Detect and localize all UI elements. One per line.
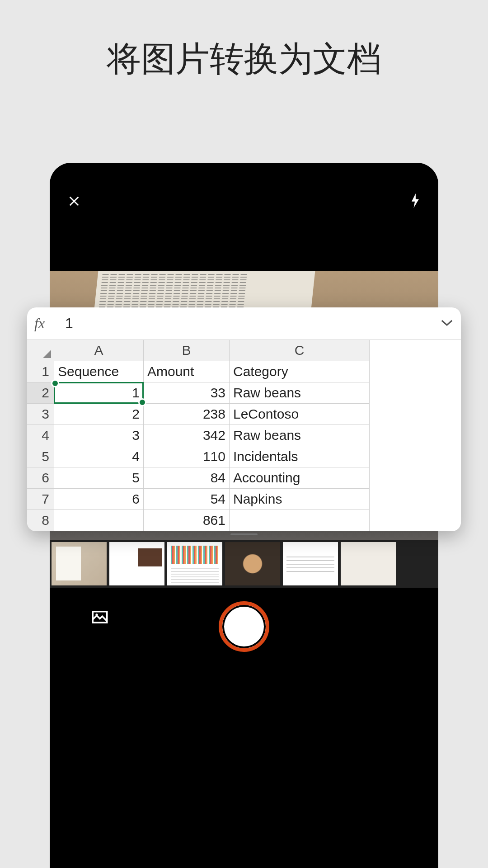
page-title: 将图片转换为文档 <box>0 0 488 83</box>
cell[interactable]: Amount <box>144 361 230 382</box>
table-row: 6 5 84 Accounting <box>27 467 461 489</box>
chevron-down-icon[interactable] <box>440 319 454 329</box>
row-header[interactable]: 3 <box>27 404 54 425</box>
table-row: 2 1 33 Raw beans <box>27 382 461 404</box>
cell[interactable]: 54 <box>144 489 230 510</box>
cell[interactable]: Napkins <box>230 489 370 510</box>
fx-label: fx <box>34 315 59 332</box>
camera-top-bar <box>50 163 438 271</box>
table-row: 4 3 342 Raw beans <box>27 425 461 446</box>
row-header[interactable]: 8 <box>27 510 54 531</box>
column-header-row: A B C <box>27 340 461 361</box>
template-thumbnail[interactable] <box>341 542 396 585</box>
cell[interactable]: Raw beans <box>230 382 370 404</box>
row-header[interactable]: 4 <box>27 425 54 446</box>
cell[interactable]: Sequence <box>54 361 144 382</box>
table-row: 5 4 110 Incidentals <box>27 446 461 467</box>
cell[interactable]: 5 <box>54 467 144 489</box>
cell[interactable]: 3 <box>54 425 144 446</box>
cell[interactable]: 2 <box>54 404 144 425</box>
cell[interactable]: Accounting <box>230 467 370 489</box>
template-thumbnail[interactable] <box>109 542 164 585</box>
cell[interactable]: Category <box>230 361 370 382</box>
cell[interactable]: 6 <box>54 489 144 510</box>
cell[interactable]: 33 <box>144 382 230 404</box>
cell[interactable]: 238 <box>144 404 230 425</box>
column-header[interactable]: A <box>54 340 144 361</box>
row-header[interactable]: 6 <box>27 467 54 489</box>
row-header[interactable]: 7 <box>27 489 54 510</box>
row-header[interactable]: 5 <box>27 446 54 467</box>
column-header[interactable]: C <box>230 340 370 361</box>
table-row: 3 2 238 LeContoso <box>27 404 461 425</box>
row-header[interactable]: 2 <box>27 382 54 404</box>
cell[interactable] <box>230 510 370 531</box>
cell[interactable]: 84 <box>144 467 230 489</box>
table-row: 1 Sequence Amount Category <box>27 361 461 382</box>
table-row: 7 6 54 Napkins <box>27 489 461 510</box>
cell[interactable]: 1 <box>54 382 144 404</box>
table-row: 8 861 <box>27 510 461 531</box>
formula-input[interactable]: 1 <box>59 315 440 332</box>
spreadsheet-grid[interactable]: A B C 1 Sequence Amount Category 2 1 33 … <box>27 340 461 531</box>
cell[interactable]: LeContoso <box>230 404 370 425</box>
gallery-icon[interactable] <box>90 608 109 628</box>
template-thumbnail[interactable] <box>225 542 280 585</box>
spreadsheet-overlay: fx 1 A B C 1 Sequence Amount Category 2 … <box>27 307 461 531</box>
shutter-button[interactable] <box>219 601 269 652</box>
row-header[interactable]: 1 <box>27 361 54 382</box>
cell[interactable]: 861 <box>144 510 230 531</box>
camera-bottom-bar <box>50 588 438 868</box>
close-icon[interactable] <box>68 193 80 211</box>
cell[interactable]: 342 <box>144 425 230 446</box>
flash-icon[interactable] <box>410 193 420 210</box>
svg-point-0 <box>95 613 98 616</box>
template-thumbnail[interactable] <box>52 542 107 585</box>
template-thumbnails <box>50 540 438 588</box>
cell[interactable]: 110 <box>144 446 230 467</box>
cell[interactable]: 4 <box>54 446 144 467</box>
column-header[interactable]: B <box>144 340 230 361</box>
formula-bar: fx 1 <box>27 307 461 340</box>
template-thumbnail[interactable] <box>167 542 222 585</box>
cell[interactable]: Incidentals <box>230 446 370 467</box>
select-all-corner[interactable] <box>27 340 54 361</box>
cell[interactable] <box>54 510 144 531</box>
drag-handle-icon[interactable] <box>230 533 258 535</box>
template-thumbnail[interactable] <box>283 542 338 585</box>
cell[interactable]: Raw beans <box>230 425 370 446</box>
